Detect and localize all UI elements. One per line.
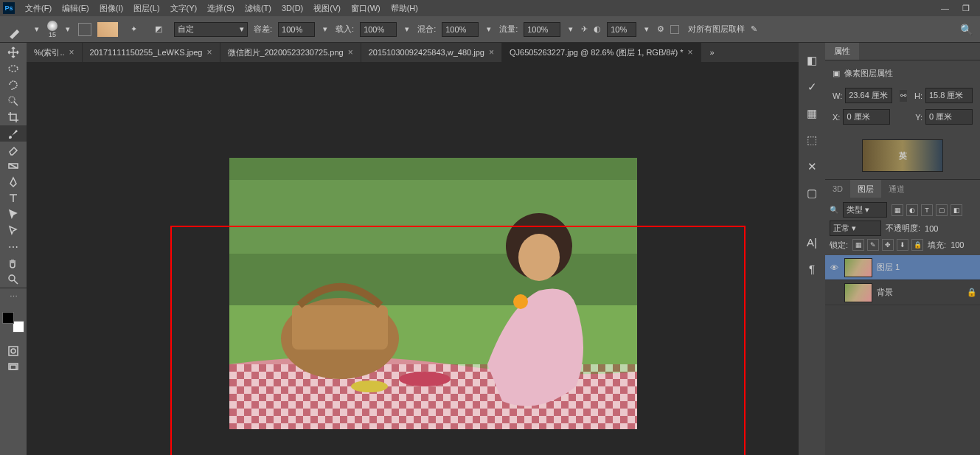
menu-3d[interactable]: 3D(D) [282,4,303,13]
menu-image[interactable]: 图像(I) [100,3,123,14]
layer-thumbnail[interactable] [844,258,872,277]
gear-icon[interactable]: ⚙ [657,24,664,34]
menu-help[interactable]: 帮助(H) [391,3,418,14]
layer-name[interactable]: 图层 1 [877,262,900,273]
y-field[interactable]: 0 厘米 [925,109,973,125]
angle-dropdown[interactable]: ▾ [642,24,651,34]
close-icon[interactable]: × [69,47,74,58]
tablet-icon[interactable]: ✎ [751,24,757,34]
close-icon[interactable]: × [207,47,212,58]
load-dropdown[interactable]: ▾ [403,24,411,34]
menu-filter[interactable]: 滤镜(T) [245,3,271,14]
blend-dropdown[interactable]: ▾ [484,24,493,34]
layer-row[interactable]: 背景 🔒 [825,280,980,305]
menu-layer[interactable]: 图层(L) [133,3,159,14]
opacity-value[interactable]: 100 [925,224,938,233]
menu-view[interactable]: 视图(V) [313,3,341,14]
tools-icon[interactable]: ✕ [804,159,819,174]
fill-value[interactable]: 100 [951,240,964,249]
blend-field[interactable]: 100% [442,22,479,37]
screen-mode[interactable] [0,359,27,375]
brush-tool[interactable] [0,125,27,142]
height-field[interactable]: 15.8 厘米 [925,88,973,103]
search-icon[interactable]: 🔍 [960,24,973,35]
hand-tool[interactable] [0,255,27,271]
gradient-tool[interactable] [0,158,27,174]
marquee-tool[interactable] [0,60,27,77]
adjustments-icon[interactable]: ◧ [804,53,819,68]
visibility-toggle[interactable]: 👁 [828,263,840,272]
filter-type[interactable]: 类型 ▾ [843,202,887,218]
tolerance-dropdown[interactable]: ▾ [321,24,330,34]
type-tool[interactable] [0,190,27,206]
current-tool-icon[interactable] [7,21,27,38]
brush-dropdown[interactable]: ▾ [63,24,72,34]
brush-preview[interactable] [47,21,58,31]
brushes-icon[interactable]: ✓ [804,80,819,94]
blend-mode-select[interactable]: 正常 ▾ [830,220,881,236]
tool-preset-dropdown[interactable]: ▾ [32,24,41,34]
width-field[interactable]: 23.64 厘米 [845,88,892,103]
color-sample[interactable] [97,22,118,37]
zoom-tool[interactable] [0,271,27,288]
layer-thumbnail[interactable] [844,283,872,302]
canvas[interactable] [27,62,799,455]
angle-field[interactable]: 10% [607,22,636,37]
link-icon[interactable]: ⚯ [900,90,907,102]
swatches-icon[interactable]: ▦ [804,106,819,121]
sample-all-checkbox[interactable] [670,25,679,34]
3d-tab[interactable]: 3D [825,180,850,198]
properties-tab[interactable]: 属性 [825,43,859,60]
tolerance-field[interactable]: 100% [278,22,315,37]
paragraph-icon[interactable]: ¶ [804,261,819,276]
mode-icon-1[interactable]: ✦ [124,21,143,38]
character-icon[interactable]: A| [804,235,819,249]
tab-4[interactable]: QJ6505263227.jpg @ 82.6% (图层 1, RGB/8#) … [502,43,701,62]
close-icon[interactable]: × [489,47,494,58]
tab-3[interactable]: 20151030092425843,w_480.jpg× [361,43,502,62]
airbrush-icon[interactable]: ✈ [581,24,588,34]
more-tool[interactable]: ⋯ [0,239,27,255]
menu-select[interactable]: 选择(S) [207,3,234,14]
bg-color[interactable] [13,321,24,333]
flow-field[interactable]: 100% [524,22,560,37]
crop-tool[interactable] [0,109,27,125]
brush-panel-icon[interactable] [78,23,91,36]
channels-tab[interactable]: 通道 [881,180,912,198]
layers-tab[interactable]: 图层 [850,180,881,198]
edit-toolbar[interactable]: ⋯ [0,288,27,305]
tabs-overflow[interactable]: » [701,43,723,62]
smooth-icon[interactable]: ◐ [594,24,601,34]
lasso-tool[interactable] [0,77,27,93]
menu-file[interactable]: 文件(F) [25,3,52,14]
menu-edit[interactable]: 编辑(E) [62,3,89,14]
close-icon[interactable]: × [688,47,693,58]
tab-1[interactable]: 20171111150255_LeWKS.jpeg× [83,43,220,62]
move-tool[interactable] [0,44,27,60]
tab-0[interactable]: %(索引..× [27,43,83,62]
restore-icon[interactable]: ❐ [962,4,970,13]
styles-icon[interactable]: ⬚ [804,133,819,147]
layer-row[interactable]: 👁 图层 1 [825,255,980,280]
fg-color[interactable] [2,312,14,324]
x-field[interactable]: 0 厘米 [843,109,890,125]
menu-window[interactable]: 窗口(W) [351,3,380,14]
shape-tool[interactable] [0,223,27,239]
thumbnail-strip[interactable]: 英 [862,139,943,172]
filter-icons[interactable]: ▦◐T▢◧ [892,204,962,216]
pen-tool[interactable] [0,174,27,190]
mode-icon-2[interactable]: ◩ [149,21,168,38]
path-select-tool[interactable] [0,206,27,223]
color-swatches[interactable] [2,312,24,333]
flow-dropdown[interactable]: ▾ [566,24,575,34]
minimize-icon[interactable]: — [941,4,949,13]
layer-name[interactable]: 背景 [877,287,893,298]
load-field[interactable]: 100% [360,22,397,37]
close-icon[interactable]: × [348,47,353,58]
preset-select[interactable]: 自定▾ [174,22,248,37]
menu-type[interactable]: 文字(Y) [170,3,198,14]
tab-2[interactable]: 微信图片_20200523230725.png× [220,43,361,62]
libraries-icon[interactable]: ▢ [804,186,819,201]
lock-icons[interactable]: ▦✎✥⬇🔒 [852,239,923,251]
quick-mask[interactable] [0,343,27,359]
